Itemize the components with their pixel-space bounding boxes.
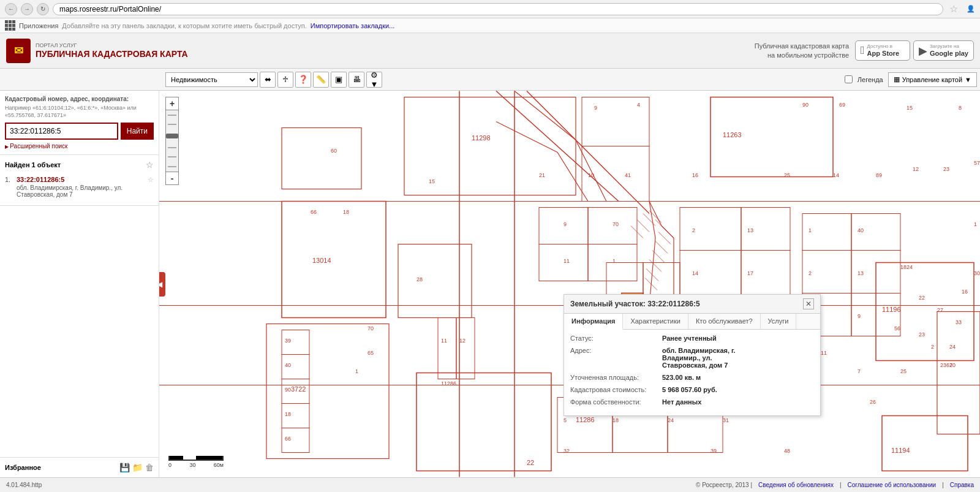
- result-address: обл. Владимирская, г. Владимир., ул.Став…: [17, 184, 145, 198]
- favorites-delete-icon[interactable]: 🗑: [145, 463, 154, 472]
- advanced-search: Расширенный поиск: [5, 142, 154, 149]
- zoom-thumb[interactable]: [166, 134, 178, 138]
- label-11: 11: [564, 258, 570, 264]
- popup-title: Земельный участок: 33:22:011286:5: [570, 300, 700, 308]
- url-bar[interactable]: [53, 3, 943, 15]
- tab-info[interactable]: Информация: [564, 314, 623, 330]
- select-tool-button[interactable]: ⬌: [260, 72, 276, 88]
- layer-select[interactable]: Недвижимость Территориальные зоны Красны…: [165, 72, 258, 87]
- apps-icon[interactable]: [5, 20, 15, 31]
- search-button[interactable]: Найти: [121, 123, 154, 140]
- results-section: Найден 1 объект ☆ 1. 33:22:011286:5 обл.…: [0, 155, 159, 206]
- forward-button[interactable]: →: [21, 3, 33, 15]
- label-23a: 23: [943, 166, 949, 172]
- label-15b: 15: [429, 178, 435, 184]
- portal-label: ПОРТАЛ УСЛУГ: [36, 42, 188, 49]
- favorites-icons: 💾 📁 🗑: [119, 463, 154, 472]
- legend-checkbox[interactable]: [845, 75, 853, 83]
- label-2c: 2: [931, 344, 934, 350]
- search-row: Найти: [5, 123, 154, 140]
- label-1824: 1824: [900, 264, 913, 270]
- app-title: ПУБЛИЧНАЯ КАДАСТРОВАЯ КАРТА: [36, 49, 188, 59]
- label-14b: 14: [692, 270, 698, 276]
- updates-link[interactable]: Сведения об обновлениях: [758, 482, 834, 488]
- label-20: 20: [949, 362, 956, 368]
- scale-label-0: 0: [168, 462, 172, 468]
- ruler-button[interactable]: 📏: [313, 72, 329, 88]
- status-value: Ранее учтенный: [662, 335, 717, 342]
- zoom-tick-5: [168, 166, 176, 167]
- label-16: 16: [692, 172, 698, 178]
- zoom-controls: + -: [165, 97, 179, 185]
- result-cadastral-link[interactable]: 33:22:011286:5: [17, 176, 64, 183]
- popup-close-button[interactable]: ✕: [803, 298, 814, 309]
- googleplay-badge[interactable]: ▶ Загрузите на Google play: [913, 40, 974, 61]
- label-12: 12: [913, 166, 919, 172]
- zoom-slider[interactable]: [165, 110, 179, 172]
- info-popup: Земельный участок: 33:22:011286:5 ✕ Инфо…: [564, 294, 821, 416]
- label-12a: 12: [459, 338, 466, 344]
- logo-icon: ✉: [6, 39, 31, 63]
- label-11194: 11194: [891, 447, 910, 454]
- result-star-icon[interactable]: ☆: [148, 176, 154, 184]
- manage-map-icon: ▦: [894, 75, 900, 83]
- label-13: 13: [858, 270, 864, 276]
- popup-content[interactable]: Статус: Ранее учтенный Адрес: обл. Влади…: [564, 330, 820, 415]
- tab-service[interactable]: Кто обслуживает?: [688, 314, 761, 329]
- label-5: 5: [564, 417, 567, 423]
- bookmarks-bar: Приложения Добавляйте на эту панель закл…: [0, 18, 980, 33]
- appstore-badge[interactable]:  Доступно в App Store: [855, 40, 910, 61]
- label-39b: 39: [285, 338, 291, 344]
- appstore-name-label: App Store: [867, 50, 900, 58]
- label-7: 7: [858, 368, 861, 374]
- left-panel: Кадастровый номер, адрес, координата: На…: [0, 91, 159, 477]
- label-66: 66: [285, 436, 291, 442]
- measure-tool-button[interactable]: ♱: [277, 72, 293, 88]
- tab-services[interactable]: Услуги: [761, 314, 797, 329]
- tab-characteristics[interactable]: Характеристики: [623, 314, 688, 329]
- address-label: Адрес:: [570, 347, 656, 369]
- label-13014: 13014: [312, 257, 331, 264]
- mobile-text: Публичная кадастровая карта на мобильном…: [755, 42, 849, 59]
- popup-tabs: Информация Характеристики Кто обслуживае…: [564, 314, 820, 330]
- help-link[interactable]: Справка: [950, 482, 974, 488]
- panel-toggle-button[interactable]: ◀: [159, 272, 165, 297]
- apple-icon: : [861, 44, 865, 57]
- info-tool-button[interactable]: ❓: [295, 72, 311, 88]
- copyright-text: © Росреестр, 2013 |: [696, 482, 752, 488]
- search-input[interactable]: [5, 123, 118, 140]
- bookmark-star-icon[interactable]: ☆: [949, 3, 958, 15]
- profile-icon: 👤: [967, 5, 975, 13]
- popup-header: Земельный участок: 33:22:011286:5 ✕: [564, 295, 820, 314]
- zoom-in-button[interactable]: +: [165, 97, 179, 110]
- favorites-folder-icon[interactable]: 📁: [132, 463, 143, 472]
- back-button[interactable]: ←: [5, 3, 17, 15]
- advanced-search-link[interactable]: Расширенный поиск: [5, 143, 67, 149]
- label-1d: 1: [974, 221, 977, 227]
- print-button[interactable]: 🖶: [349, 72, 364, 88]
- label-11a: 11: [441, 338, 447, 344]
- agreement-link[interactable]: Соглашение об использовании: [848, 482, 937, 488]
- area-button[interactable]: ▣: [331, 72, 347, 88]
- zoom-out-button[interactable]: -: [165, 172, 179, 185]
- refresh-button[interactable]: ↻: [37, 3, 49, 15]
- search-label: Кадастровый номер, адрес, координата:: [5, 96, 154, 102]
- zoom-tick-3: [168, 147, 176, 148]
- label-9b: 9: [858, 313, 861, 319]
- apps-label: Приложения: [19, 22, 58, 29]
- label-3722: 3722: [291, 385, 306, 393]
- manage-map-button[interactable]: ▦ Управление картой ▼: [888, 72, 977, 87]
- label-30: 30: [974, 270, 980, 276]
- import-bookmarks-link[interactable]: Импортировать закладки...: [311, 22, 394, 29]
- tools-button[interactable]: ⚙ ▼: [366, 72, 382, 88]
- label-18c: 18: [343, 209, 349, 215]
- results-star-icon[interactable]: ☆: [146, 160, 154, 170]
- scale-half-2: [183, 456, 197, 460]
- scale-labels: 0 30 60м: [168, 462, 224, 468]
- label-33: 33: [956, 319, 962, 325]
- header-right: Публичная кадастровая карта на мобильном…: [755, 40, 974, 61]
- map-area[interactable]: 11298 13014 3722 11263 11286 11196 11194…: [159, 91, 980, 477]
- label-11286b: 11286: [441, 380, 456, 387]
- ownership-label: Форма собственности:: [570, 398, 656, 406]
- favorites-add-icon[interactable]: 💾: [119, 463, 130, 472]
